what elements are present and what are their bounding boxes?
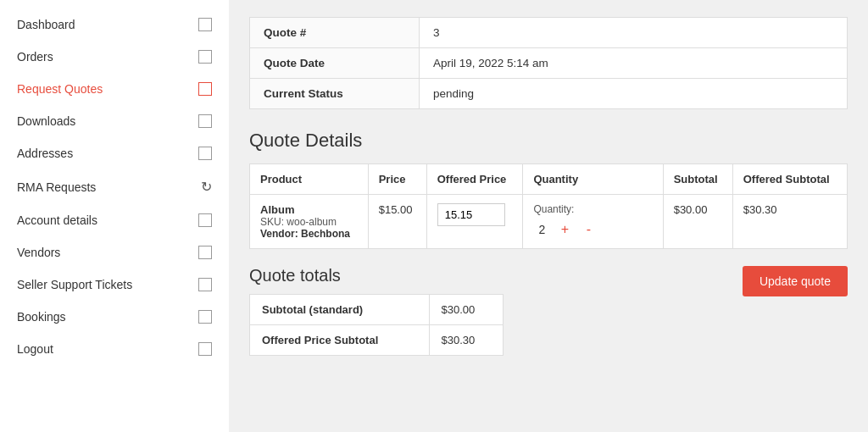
product-name: Album [260, 203, 358, 216]
quote-details-title: Quote Details [249, 130, 848, 152]
sidebar-item-request-quotes[interactable]: Request Quotes [0, 73, 229, 105]
totals-value: $30.30 [429, 325, 504, 356]
totals-value: $30.00 [429, 295, 504, 325]
info-value: 3 [420, 18, 848, 48]
subtotal-cell: $30.00 [663, 195, 732, 249]
info-label: Quote # [250, 18, 420, 48]
table-row: Quote # 3 [250, 18, 848, 48]
offered-price-cell [426, 195, 523, 249]
sidebar-item-logout[interactable]: Logout [0, 333, 229, 365]
table-row: Offered Price Subtotal $30.30 [250, 325, 504, 356]
totals-label: Subtotal (standard) [250, 295, 430, 325]
square-icon [198, 147, 212, 160]
qty-value: 2 [533, 223, 550, 236]
square-icon [198, 50, 212, 64]
square-icon [198, 114, 212, 128]
col-quantity: Quantity [523, 164, 663, 195]
sidebar-item-dashboard[interactable]: Dashboard [0, 8, 229, 41]
table-row: Subtotal (standard) $30.00 [250, 295, 504, 325]
vendor-name: Bechbona [301, 228, 350, 240]
col-product: Product [250, 164, 369, 195]
col-offered-subtotal: Offered Subtotal [732, 164, 847, 195]
product-row: Album SKU: woo-album Vendor: Bechbona $1… [250, 195, 848, 249]
info-label: Current Status [250, 79, 420, 109]
sidebar-item-account-details[interactable]: Account details [0, 204, 229, 236]
main-content: Quote # 3 Quote Date April 19, 2022 5:14… [229, 0, 868, 432]
totals-label: Offered Price Subtotal [250, 325, 430, 356]
totals-right: Update quote [743, 266, 848, 296]
price-cell: $15.00 [368, 195, 426, 249]
sidebar-item-bookings[interactable]: Bookings [0, 301, 229, 333]
qty-label: Quantity: [533, 203, 652, 215]
square-icon [198, 278, 212, 291]
col-price: Price [368, 164, 426, 195]
square-icon [198, 246, 212, 259]
sidebar-item-orders[interactable]: Orders [0, 41, 229, 73]
square-icon [198, 213, 212, 227]
info-value: April 19, 2022 5:14 am [420, 48, 848, 79]
sidebar-item-downloads[interactable]: Downloads [0, 105, 229, 137]
update-quote-button[interactable]: Update quote [743, 266, 848, 296]
sidebar: Dashboard Orders Request Quotes Download… [0, 0, 229, 432]
quote-totals-section: Quote totals Subtotal (standard) $30.00 … [249, 266, 848, 356]
col-offered-price: Offered Price [426, 164, 523, 195]
qty-decrease-button[interactable]: - [579, 220, 598, 239]
quote-totals-title: Quote totals [249, 266, 504, 285]
sidebar-item-seller-support[interactable]: Seller Support Tickets [0, 269, 229, 301]
totals-left: Quote totals Subtotal (standard) $30.00 … [249, 266, 504, 356]
table-row: Quote Date April 19, 2022 5:14 am [250, 48, 848, 79]
info-value: pending [420, 79, 848, 109]
qty-increase-button[interactable]: + [555, 220, 574, 239]
vendor-label: Vendor: [260, 228, 298, 240]
product-vendor: Vendor: Bechbona [260, 228, 358, 240]
offered-subtotal-cell: $30.30 [732, 195, 847, 249]
sidebar-item-addresses[interactable]: Addresses [0, 137, 229, 169]
product-cell: Album SKU: woo-album Vendor: Bechbona [250, 195, 369, 249]
offered-price-input[interactable] [437, 203, 505, 226]
square-icon [198, 18, 212, 31]
square-icon [198, 82, 212, 96]
product-sku: SKU: woo-album [260, 216, 358, 228]
table-row: Current Status pending [250, 79, 848, 109]
table-header-row: Product Price Offered Price Quantity Sub… [250, 164, 848, 195]
totals-table: Subtotal (standard) $30.00 Offered Price… [249, 294, 504, 356]
square-icon [198, 342, 212, 356]
quote-info-table: Quote # 3 Quote Date April 19, 2022 5:14… [249, 17, 848, 109]
info-label: Quote Date [250, 48, 420, 79]
square-icon [198, 310, 212, 324]
product-table: Product Price Offered Price Quantity Sub… [249, 163, 848, 249]
sidebar-item-vendors[interactable]: Vendors [0, 236, 229, 269]
sidebar-item-rma-requests[interactable]: RMA Requests ↻ [0, 169, 229, 204]
quantity-cell: Quantity: 2 + - [523, 195, 663, 249]
undo-icon: ↻ [201, 179, 212, 195]
col-subtotal: Subtotal [663, 164, 732, 195]
